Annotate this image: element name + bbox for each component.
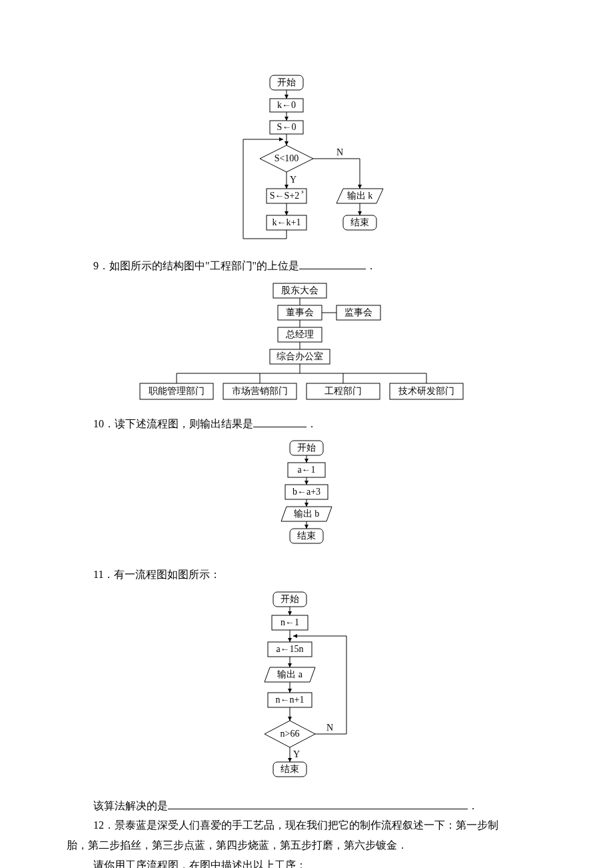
- q9-label: 9．如图所示的结构图中"工程部门"的上位是: [93, 260, 299, 271]
- fc11-ninc: n←n+1: [276, 695, 305, 705]
- org-e: 综合办公室: [277, 351, 323, 361]
- fc1-end: 结束: [350, 217, 369, 227]
- q10-text: 10．读下述流程图，则输出结果是．: [93, 415, 573, 433]
- org-d: 总经理: [285, 329, 314, 339]
- fc11-cond: n>66: [281, 729, 300, 739]
- fc11-start: 开始: [281, 594, 299, 604]
- fc1-out: 输出 k: [347, 191, 373, 201]
- fc11-out: 输出 a: [277, 669, 303, 679]
- fc10-svg: 开始 a←1 b←a+3 输出 b 结束: [260, 437, 353, 561]
- q11-tail: 该算法解决的是．: [93, 797, 573, 815]
- fc11-n1: n←1: [281, 617, 299, 627]
- fc10-b: b←a+3: [293, 487, 320, 497]
- q11-tail-label: 该算法解决的是: [93, 800, 168, 811]
- org-g: 市场营销部门: [232, 386, 288, 396]
- fc10-end: 结束: [297, 531, 316, 541]
- q12-l2: 请你用工序流程图，在图中描述出以上工序：: [93, 857, 573, 868]
- flowchart-q11: 开始 n←1 a←15n 输出 a n←n+1 n>66 N Y: [40, 589, 573, 792]
- q11-label: 11．有一流程图如图所示：: [93, 569, 221, 580]
- fc11-end: 结束: [281, 764, 299, 774]
- org-i: 技术研发部门: [398, 386, 454, 396]
- fc10-start: 开始: [297, 443, 316, 453]
- fc11-n: N: [326, 723, 333, 733]
- fc1-sexp: s: [301, 188, 304, 195]
- org-c: 监事会: [344, 307, 372, 317]
- q10-label: 10．读下述流程图，则输出结果是: [93, 418, 253, 429]
- fc10-a: a←1: [297, 465, 315, 475]
- flowchart-svg: 开始 k←0 S←0 S<100 Y N S←S+2 s: [207, 72, 406, 252]
- fc1-start: 开始: [277, 77, 296, 87]
- fc1-k0: k←0: [277, 100, 296, 110]
- org-f: 职能管理部门: [149, 386, 205, 396]
- org-chart: 股东大会 董事会 监事会 总经理 综合办公室: [40, 280, 573, 410]
- q9-text: 9．如图所示的结构图中"工程部门"的上位是．: [93, 257, 573, 275]
- org-a: 股东大会: [281, 285, 318, 295]
- fc1-y: Y: [290, 175, 297, 185]
- q12-l1c-text: 胎，第二步掐丝，第三步点蓝，第四步烧蓝，第五步打磨，第六步镀金．: [67, 839, 408, 851]
- org-h: 工程部门: [324, 386, 362, 396]
- fc10-out: 输出 b: [294, 509, 320, 519]
- q12-l1-text: 12．景泰蓝是深受人们喜爱的手工艺品，现在我们把它的制作流程叙述一下：第一步制: [93, 819, 498, 831]
- org-svg: 股东大会 董事会 监事会 总经理 综合办公室: [133, 280, 480, 410]
- flowchart-q10: 开始 a←1 b←a+3 输出 b 结束: [40, 437, 573, 561]
- fc1-n: N: [336, 147, 343, 157]
- fc1-s0: S←0: [277, 122, 297, 132]
- q12-l1c: 胎，第二步掐丝，第三步点蓝，第四步烧蓝，第五步打磨，第六步镀金．: [67, 837, 573, 854]
- fc11-y: Y: [293, 749, 300, 759]
- q11-text: 11．有一流程图如图所示：: [93, 566, 573, 583]
- fc11-svg: 开始 n←1 a←15n 输出 a n←n+1 n>66 N Y: [233, 589, 380, 792]
- fc1-sstep: S←S+2: [270, 191, 299, 201]
- fc1-cond: S<100: [275, 153, 299, 163]
- q12-l2-text: 请你用工序流程图，在图中描述出以上工序：: [93, 859, 306, 868]
- flowchart-s-k: 开始 k←0 S←0 S<100 Y N S←S+2 s: [40, 72, 573, 252]
- q12-l1: 12．景泰蓝是深受人们喜爱的手工艺品，现在我们把它的制作流程叙述一下：第一步制: [93, 817, 573, 834]
- org-b: 董事会: [286, 307, 314, 317]
- fc1-kstep: k←k+1: [273, 217, 301, 227]
- fc11-a15: a←15n: [276, 644, 303, 654]
